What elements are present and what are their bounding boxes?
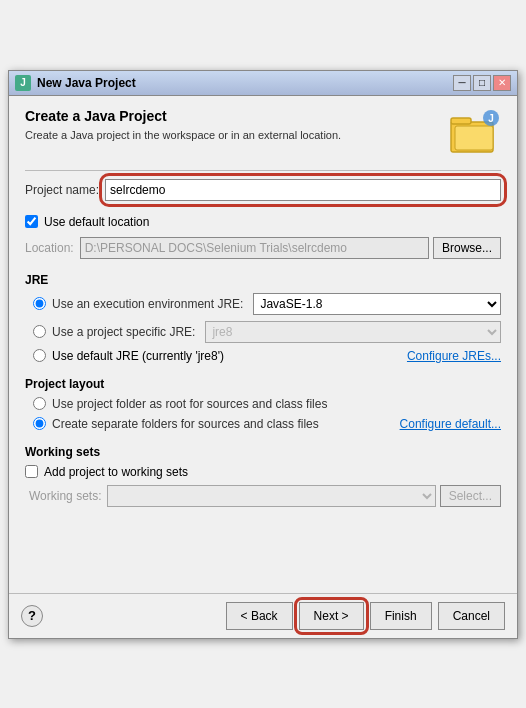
window-icon: J xyxy=(15,75,31,91)
wizard-folder-icon: J xyxy=(449,108,501,156)
add-to-working-sets-checkbox[interactable] xyxy=(25,465,38,478)
configure-default-link[interactable]: Configure default... xyxy=(400,417,501,431)
jre-env-select[interactable]: JavaSE-1.8 xyxy=(253,293,501,315)
wizard-title-area: Create a Java Project Create a Java proj… xyxy=(25,108,341,143)
jre-option3-label: Use default JRE (currently 'jre8') xyxy=(52,349,224,363)
layout-option2-radio[interactable] xyxy=(33,417,46,430)
layout-option2-label: Create separate folders for sources and … xyxy=(52,417,400,431)
maximize-button[interactable]: □ xyxy=(473,75,491,91)
cancel-button[interactable]: Cancel xyxy=(438,602,505,630)
title-bar-left: J New Java Project xyxy=(15,75,136,91)
main-window: J New Java Project ─ □ ✕ Create a Java P… xyxy=(8,70,518,639)
back-button[interactable]: < Back xyxy=(226,602,293,630)
svg-rect-1 xyxy=(451,118,471,124)
layout-option2-row: Create separate folders for sources and … xyxy=(25,417,501,431)
jre-option2-row: Use a project specific JRE: jre8 xyxy=(25,321,501,343)
working-sets-section: Working sets Add project to working sets… xyxy=(25,445,501,507)
svg-text:J: J xyxy=(488,113,494,124)
footer-buttons: < Back Next > Finish Cancel xyxy=(226,602,505,630)
project-name-section: Project name: xyxy=(25,179,501,201)
project-name-row: Project name: xyxy=(25,179,501,201)
location-row: Location: Browse... xyxy=(25,237,501,259)
close-button[interactable]: ✕ xyxy=(493,75,511,91)
window-title: New Java Project xyxy=(37,76,136,90)
layout-option1-row: Use project folder as root for sources a… xyxy=(25,397,501,411)
layout-option1-label: Use project folder as root for sources a… xyxy=(52,397,327,411)
jre-option2-radio[interactable] xyxy=(33,325,46,338)
jre-option1-label: Use an execution environment JRE: xyxy=(52,297,243,311)
next-button-highlight: Next > xyxy=(299,602,364,630)
jre-option3-row: Use default JRE (currently 'jre8') Confi… xyxy=(25,349,501,363)
finish-button[interactable]: Finish xyxy=(370,602,432,630)
jre-option2-label: Use a project specific JRE: xyxy=(52,325,195,339)
wizard-heading: Create a Java Project xyxy=(25,108,341,124)
title-bar: J New Java Project ─ □ ✕ xyxy=(9,71,517,96)
use-default-location-row: Use default location xyxy=(25,215,501,229)
working-sets-select-button[interactable]: Select... xyxy=(440,485,501,507)
jre-section: JRE Use an execution environment JRE: Ja… xyxy=(25,273,501,363)
layout-option1-radio[interactable] xyxy=(33,397,46,410)
wizard-content: Create a Java Project Create a Java proj… xyxy=(9,96,517,593)
add-to-working-sets-row: Add project to working sets xyxy=(25,465,501,479)
svg-rect-2 xyxy=(455,126,493,150)
configure-jres-link[interactable]: Configure JREs... xyxy=(407,349,501,363)
wizard-description: Create a Java project in the workspace o… xyxy=(25,128,341,143)
working-sets-input-row: Working sets: Select... xyxy=(25,485,501,507)
project-layout-title: Project layout xyxy=(25,377,501,391)
jre-option1-radio[interactable] xyxy=(33,297,46,310)
jre-section-title: JRE xyxy=(25,273,501,287)
dialog-footer: ? < Back Next > Finish Cancel xyxy=(9,593,517,638)
wizard-header: Create a Java Project Create a Java proj… xyxy=(25,108,501,156)
project-layout-section: Project layout Use project folder as roo… xyxy=(25,377,501,431)
add-to-working-sets-label: Add project to working sets xyxy=(44,465,188,479)
use-default-location-checkbox[interactable] xyxy=(25,215,38,228)
location-input xyxy=(80,237,429,259)
project-name-label: Project name: xyxy=(25,183,99,197)
header-separator xyxy=(25,170,501,171)
location-label: Location: xyxy=(25,241,74,255)
jre-option3-left: Use default JRE (currently 'jre8') xyxy=(33,349,224,363)
location-section: Use default location Location: Browse... xyxy=(25,215,501,259)
working-sets-title: Working sets xyxy=(25,445,501,459)
use-default-location-label: Use default location xyxy=(44,215,149,229)
project-name-input[interactable] xyxy=(105,179,501,201)
help-button[interactable]: ? xyxy=(21,605,43,627)
working-sets-label: Working sets: xyxy=(29,489,101,503)
spacer xyxy=(25,521,501,581)
jre-option1-row: Use an execution environment JRE: JavaSE… xyxy=(25,293,501,315)
project-name-highlight xyxy=(105,179,501,201)
jre-specific-select: jre8 xyxy=(205,321,501,343)
browse-button[interactable]: Browse... xyxy=(433,237,501,259)
title-controls: ─ □ ✕ xyxy=(453,75,511,91)
jre-option3-radio[interactable] xyxy=(33,349,46,362)
working-sets-select xyxy=(107,485,435,507)
minimize-button[interactable]: ─ xyxy=(453,75,471,91)
next-button[interactable]: Next > xyxy=(299,602,364,630)
